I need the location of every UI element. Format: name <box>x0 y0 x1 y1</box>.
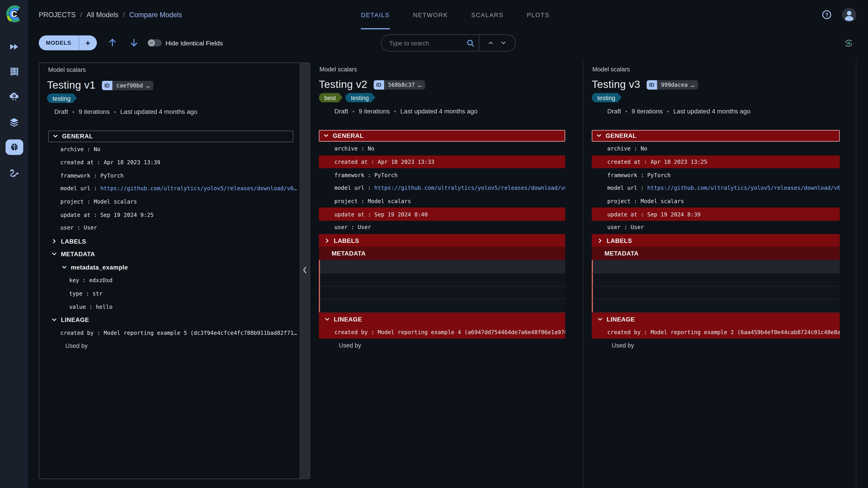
metadata-group-header[interactable]: metadata_example <box>39 261 309 274</box>
next-diff-button[interactable] <box>128 37 140 51</box>
model-id-chip[interactable]: ID999dacea … <box>646 80 698 90</box>
breadcrumb-compare-models[interactable]: Compare Models <box>129 11 182 19</box>
model-project-label: Model scalars <box>592 66 630 72</box>
model-project-label: Model scalars <box>48 66 86 73</box>
section-header-metadata[interactable]: METADATA <box>39 248 309 261</box>
hide-identical-toggle[interactable] <box>148 39 162 46</box>
search-input[interactable] <box>381 39 467 47</box>
column-scrollbar[interactable] <box>300 63 309 479</box>
section-header-metadata[interactable]: METADATA <box>319 247 565 260</box>
model-url-link[interactable]: https://github.com/ultralytics/yolov5/re… <box>374 185 565 191</box>
chevron-down-icon <box>52 317 57 322</box>
models-selector-button[interactable]: MODELS + <box>39 35 97 51</box>
search-next-button[interactable] <box>497 40 510 46</box>
add-model-button[interactable]: + <box>79 38 97 48</box>
field-value: No <box>94 146 100 152</box>
section-header-labels[interactable]: LABELS <box>39 234 309 248</box>
section-header-labels[interactable]: LABELS <box>319 234 565 247</box>
section-header-lineage[interactable]: LINEAGE <box>592 313 840 326</box>
field-row-created-by: created by : Model reporting example 2 (… <box>592 326 840 339</box>
sidebar-item-brain[interactable] <box>0 137 28 157</box>
section-header-general[interactable]: GENERAL <box>48 130 293 142</box>
model-id-value: 568b8c37 … <box>384 80 426 90</box>
tag-testing[interactable]: testing <box>345 93 372 102</box>
svg-text:?: ? <box>825 12 828 18</box>
chevron-down-icon <box>596 133 602 138</box>
section-header-general[interactable]: GENERAL <box>592 130 840 141</box>
sidebar-item-layers[interactable] <box>0 112 28 132</box>
fast-forward-icon <box>9 41 20 52</box>
refresh-pause-icon <box>844 39 853 47</box>
prev-diff-button[interactable] <box>107 37 118 51</box>
layers-icon <box>9 117 20 128</box>
model-id-chip[interactable]: ID568b8c37 … <box>373 80 426 90</box>
field-row-created-by: created by : Model reporting example 5 (… <box>39 326 309 339</box>
auto-refresh-button[interactable] <box>844 39 853 50</box>
model-url-link[interactable]: https://github.com/ultralytics/yolov5/re… <box>647 185 840 191</box>
clearml-logo[interactable]: C <box>4 4 23 23</box>
model-title: Testing v3 <box>592 78 640 91</box>
status-row: Draft9 iterationsLast updated 4 months a… <box>54 107 197 117</box>
field-row-user: user : User <box>39 221 309 234</box>
id-badge: ID <box>646 80 657 90</box>
field-row-type: type : str <box>39 287 309 300</box>
field-row-user: user : User <box>319 221 565 234</box>
field-value: Apr 18 2023 13:25 <box>651 159 707 165</box>
breadcrumb-projects[interactable]: PROJECTS <box>39 11 75 19</box>
app: PROJECTS / All Models / Compare Models D… <box>0 0 868 488</box>
tab-network[interactable]: NETWORK <box>413 0 448 29</box>
model-id-chip[interactable]: IDcaef90bd … <box>102 80 154 90</box>
toolbar: MODELS + Hide Identical Fields <box>28 29 868 57</box>
field-value: PyTorch <box>100 172 124 178</box>
section-header-metadata[interactable]: METADATA <box>592 247 840 260</box>
field-value: Sep 19 2024 8:39 <box>647 211 701 217</box>
chevron-down-icon <box>324 316 330 322</box>
sidebar: C <box>0 0 28 488</box>
tab-plots[interactable]: PLOTS <box>527 0 550 29</box>
field-value: PyTorch <box>647 172 671 178</box>
sidebar-item-server-rack[interactable] <box>0 61 28 81</box>
sidebar-item-cloud-gear[interactable] <box>0 87 28 107</box>
field-value: PyTorch <box>374 172 398 178</box>
chevron-down-icon <box>53 133 58 139</box>
empty-diff-row <box>592 286 840 299</box>
id-badge: ID <box>102 80 113 90</box>
empty-diff-row <box>319 260 565 273</box>
field-value: User <box>631 224 644 230</box>
tag-testing[interactable]: testing <box>47 94 73 103</box>
model-project-label: Model scalars <box>319 66 357 72</box>
collapse-column-button[interactable] <box>300 266 309 276</box>
model-url-link[interactable]: https://github.com/ultralytics/yolov5/re… <box>100 186 297 192</box>
field-value: Model scalars <box>368 198 411 204</box>
cloud-gear-icon <box>8 91 20 102</box>
chevron-right-icon <box>324 238 330 243</box>
field-row-key: key : edxzDsd <box>39 274 309 287</box>
chevron-down-icon <box>500 40 506 46</box>
field-value: Model scalars <box>94 199 137 205</box>
tab-details[interactable]: DETAILS <box>361 0 390 29</box>
section-header-lineage[interactable]: LINEAGE <box>319 313 565 326</box>
field-value: No <box>641 146 647 152</box>
search-prev-button[interactable] <box>485 40 497 46</box>
sidebar-item-fast-forward[interactable] <box>0 37 28 57</box>
user-menu-button[interactable] <box>842 0 857 29</box>
tag-testing[interactable]: testing <box>592 93 618 102</box>
field-row-project: project : Model scalars <box>592 195 840 207</box>
tab-scalars[interactable]: SCALARS <box>471 0 504 29</box>
sections: GENERALarchive : Nocreated at : Apr 18 2… <box>39 130 309 352</box>
section-header-lineage[interactable]: LINEAGE <box>39 313 309 326</box>
help-button[interactable]: ? <box>822 0 832 29</box>
sections: GENERALarchive : Nocreated at : Apr 18 2… <box>592 129 840 352</box>
search-box <box>381 34 516 52</box>
field-value: No <box>368 146 375 152</box>
breadcrumb-all-models[interactable]: All Models <box>87 11 119 19</box>
tag-best[interactable]: best <box>319 93 339 102</box>
sidebar-item-pipeline[interactable] <box>0 163 28 183</box>
server-rack-icon <box>9 66 19 76</box>
section-header-labels[interactable]: LABELS <box>592 234 840 247</box>
toggle-knob <box>148 39 155 46</box>
tags-row: testing <box>592 93 625 102</box>
section-header-general[interactable]: GENERAL <box>319 130 565 141</box>
empty-diff-row <box>319 273 565 286</box>
field-value: User <box>358 224 371 230</box>
